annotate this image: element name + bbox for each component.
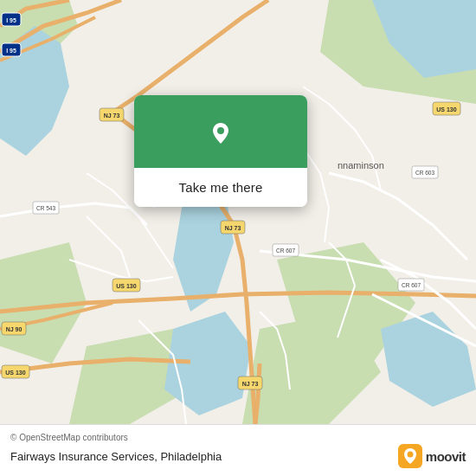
moovit-logo: moovit — [398, 444, 466, 468]
map-view: I 95 I 95 NJ 73 NJ 73 NJ 73 US 130 US 13… — [0, 0, 476, 424]
svg-text:CR 603: CR 603 — [415, 170, 434, 176]
location-info-row: Fairways Insurance Services, Philadelphi… — [10, 444, 466, 468]
copyright-text: © OpenStreetMap contributors — [10, 433, 466, 442]
svg-text:NJ 73: NJ 73 — [242, 381, 259, 387]
svg-text:CR 607: CR 607 — [276, 248, 295, 254]
location-popup: Take me there — [134, 95, 307, 207]
map-svg: I 95 I 95 NJ 73 NJ 73 NJ 73 US 130 US 13… — [0, 0, 476, 424]
svg-text:nnaminson: nnaminson — [338, 160, 384, 170]
moovit-brand-text: moovit — [426, 449, 466, 464]
popup-header — [134, 95, 307, 168]
svg-text:I 95: I 95 — [6, 17, 16, 23]
moovit-icon — [398, 444, 422, 468]
take-me-there-button[interactable]: Take me there — [134, 168, 307, 207]
bottom-info-bar: © OpenStreetMap contributors Fairways In… — [0, 424, 476, 476]
location-pin-icon — [202, 114, 240, 152]
svg-text:NJ 90: NJ 90 — [6, 326, 23, 332]
svg-text:NJ 73: NJ 73 — [225, 225, 241, 231]
svg-point-41 — [217, 127, 224, 134]
svg-text:US 130: US 130 — [436, 106, 456, 113]
svg-text:NJ 73: NJ 73 — [104, 113, 120, 119]
svg-text:US 130: US 130 — [5, 370, 25, 376]
svg-text:CR 607: CR 607 — [402, 282, 421, 288]
svg-text:CR 543: CR 543 — [36, 205, 55, 211]
svg-point-43 — [407, 452, 413, 458]
location-name: Fairways Insurance Services, Philadelphi… — [10, 450, 222, 463]
svg-text:I 95: I 95 — [6, 48, 16, 54]
svg-text:US 130: US 130 — [116, 283, 136, 289]
